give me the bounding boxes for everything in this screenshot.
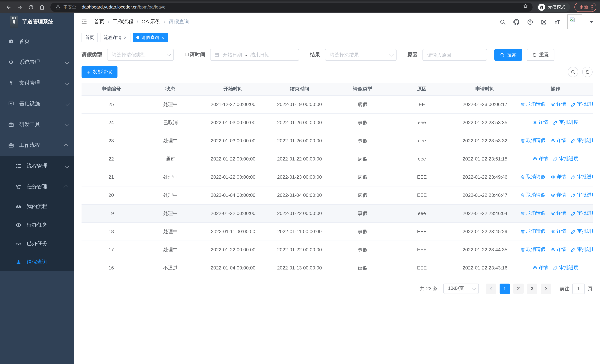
leave-type-select[interactable]: 请选择请假类型 bbox=[107, 49, 174, 61]
sidebar-fold-icon[interactable] bbox=[81, 19, 87, 25]
approval-progress-link[interactable]: 审批进度 bbox=[571, 174, 593, 180]
tab-home[interactable]: 首页 bbox=[82, 33, 98, 42]
cell-reason: eee bbox=[392, 204, 451, 222]
detail-link[interactable]: 详情 bbox=[551, 246, 566, 253]
approval-progress-link[interactable]: 审批进度 bbox=[571, 101, 593, 108]
github-icon[interactable] bbox=[514, 19, 520, 25]
url-text[interactable]: dashboard.yudao.iocoder.cn/bpm/oa/leave bbox=[82, 4, 520, 10]
reason-input[interactable] bbox=[427, 52, 482, 58]
browser-menu-icon[interactable] bbox=[591, 5, 593, 9]
next-page-button[interactable] bbox=[541, 283, 551, 294]
breadcrumb-workflow[interactable]: 工作流程 bbox=[113, 19, 133, 25]
cell-status: 处理中 bbox=[141, 168, 200, 186]
detail-link[interactable]: 详情 bbox=[551, 101, 566, 108]
approval-progress-link[interactable]: 审批进度 bbox=[571, 192, 593, 198]
reset-button[interactable]: 重置 bbox=[527, 49, 554, 61]
cell-reason: eee bbox=[392, 150, 451, 168]
cell-apply-time: 2022-01-22 23:53:32 bbox=[451, 131, 518, 150]
search-icon[interactable] bbox=[500, 19, 506, 25]
font-size-icon[interactable]: тT bbox=[555, 19, 560, 25]
page-button-3[interactable]: 3 bbox=[527, 283, 537, 294]
reload-icon[interactable] bbox=[26, 2, 36, 12]
table-row: 18 处理中 2022-01-11 00:00:00 2022-01-11 00… bbox=[82, 222, 593, 241]
sidebar-item-system[interactable]: ⚙ 系统管理 bbox=[0, 52, 74, 73]
sidebar-item-done-tasks[interactable]: 已办任务 bbox=[0, 234, 74, 253]
refresh-table-button[interactable] bbox=[582, 67, 593, 77]
prev-page-button[interactable] bbox=[486, 283, 496, 294]
cell-actions: 取消请假 详情 审批进度 bbox=[518, 95, 593, 113]
sidebar-item-my-process[interactable]: 我的流程 bbox=[0, 197, 74, 216]
detail-link[interactable]: 详情 bbox=[551, 228, 566, 235]
cancel-leave-link[interactable]: 取消请假 bbox=[520, 246, 545, 253]
result-select[interactable]: 请选择流结果 bbox=[325, 49, 396, 61]
breadcrumb-oa[interactable]: OA 示例 bbox=[141, 19, 161, 25]
cancel-leave-link[interactable]: 取消请假 bbox=[520, 137, 545, 144]
approval-progress-link[interactable]: 审批进度 bbox=[553, 156, 579, 162]
help-icon[interactable] bbox=[527, 19, 534, 25]
detail-link[interactable]: 详情 bbox=[533, 264, 548, 271]
cell-apply-id: 22 bbox=[82, 150, 141, 168]
page-button-1[interactable]: 1 bbox=[500, 283, 510, 294]
sidebar-item-leave-query[interactable]: 请假查询 bbox=[0, 253, 74, 271]
security-label[interactable]: 不安全 bbox=[63, 4, 76, 10]
search-button[interactable]: 搜索 bbox=[494, 49, 522, 61]
approval-progress-link[interactable]: 审批进度 bbox=[553, 119, 579, 126]
cancel-leave-link[interactable]: 取消请假 bbox=[520, 210, 545, 217]
toggle-search-button[interactable] bbox=[568, 67, 578, 77]
cancel-leave-link[interactable]: 取消请假 bbox=[520, 192, 545, 198]
cell-status: 处理中 bbox=[141, 222, 200, 241]
fullscreen-icon[interactable] bbox=[541, 19, 547, 25]
goto-page-input[interactable] bbox=[572, 283, 585, 294]
detail-link[interactable]: 详情 bbox=[551, 210, 566, 217]
apply-time-range-picker[interactable]: 开始日期 - 结束日期 bbox=[210, 49, 299, 61]
bookmark-star-icon[interactable] bbox=[523, 4, 528, 10]
tab-leave-query[interactable]: 请假查询× bbox=[132, 33, 168, 42]
detail-link[interactable]: 详情 bbox=[533, 119, 548, 126]
avatar-caret-icon[interactable] bbox=[590, 21, 593, 23]
create-leave-button[interactable]: + 发起请假 bbox=[82, 66, 117, 78]
sidebar-item-devtools[interactable]: 研发工具 bbox=[0, 114, 74, 135]
page-button-2[interactable]: 2 bbox=[513, 283, 524, 294]
pen-icon bbox=[571, 211, 576, 216]
cell-end-time: 2022-01-22 00:00:00 bbox=[266, 241, 333, 259]
approval-progress-link[interactable]: 审批进度 bbox=[571, 137, 593, 144]
page-size-select[interactable]: 10条/页 bbox=[443, 283, 479, 294]
breadcrumb-home[interactable]: 首页 bbox=[94, 19, 104, 25]
cancel-leave-link[interactable]: 取消请假 bbox=[520, 228, 545, 235]
close-icon[interactable]: × bbox=[124, 35, 127, 40]
detail-link[interactable]: 详情 bbox=[551, 174, 566, 180]
detail-link[interactable]: 详情 bbox=[551, 192, 566, 198]
sidebar-item-task-mgmt[interactable]: 任务管理 bbox=[0, 177, 74, 197]
sidebar-item-todo-tasks[interactable]: 待办任务 bbox=[0, 216, 74, 234]
sidebar-item-process-mgmt[interactable]: 流程管理 bbox=[0, 156, 74, 177]
sidebar-item-infra[interactable]: 基础设施 bbox=[0, 93, 74, 114]
cell-apply-id: 23 bbox=[82, 131, 141, 150]
sidebar-item-payment[interactable]: ¥ 支付管理 bbox=[0, 73, 74, 93]
cancel-leave-link[interactable]: 取消请假 bbox=[520, 101, 545, 108]
sidebar-item-workflow[interactable]: 工作流程 bbox=[0, 135, 74, 156]
sidebar: 芋道管理系统 首页 ⚙ 系统管理 ¥ 支付管理 bbox=[0, 13, 74, 364]
approval-progress-link[interactable]: 审批进度 bbox=[571, 228, 593, 235]
detail-link[interactable]: 详情 bbox=[533, 156, 548, 162]
tab-process-detail[interactable]: 流程详情× bbox=[100, 33, 130, 42]
cell-status: 通过 bbox=[141, 150, 200, 168]
cancel-leave-link[interactable]: 取消请假 bbox=[520, 174, 545, 180]
detail-link[interactable]: 详情 bbox=[551, 137, 566, 144]
filter-form: 请假类型 请选择请假类型 申请时间 开始日期 - 结束日期 bbox=[82, 49, 593, 61]
approval-progress-link[interactable]: 审批进度 bbox=[553, 264, 579, 271]
not-secure-warning-icon[interactable] bbox=[55, 4, 61, 10]
back-icon[interactable] bbox=[4, 2, 13, 12]
close-icon[interactable]: × bbox=[161, 35, 164, 40]
forward-icon[interactable] bbox=[15, 2, 24, 12]
approval-progress-link[interactable]: 审批进度 bbox=[571, 210, 593, 217]
browser-update-button[interactable]: 更新 bbox=[574, 2, 596, 12]
sidebar-item-home[interactable]: 首页 bbox=[0, 31, 74, 52]
home-icon[interactable] bbox=[37, 2, 47, 12]
approval-progress-link[interactable]: 审批进度 bbox=[571, 246, 593, 253]
cell-apply-time: 2022-01-22 23:45:29 bbox=[451, 222, 518, 241]
logo-avatar bbox=[10, 16, 18, 28]
address-bar[interactable]: 不安全 dashboard.yudao.iocoder.cn/bpm/oa/le… bbox=[50, 2, 533, 12]
cell-start-time: 2021-12-27 00:00:00 bbox=[200, 95, 266, 113]
incognito-badge[interactable]: 无痕模式 bbox=[537, 2, 570, 12]
avatar[interactable] bbox=[567, 14, 582, 29]
